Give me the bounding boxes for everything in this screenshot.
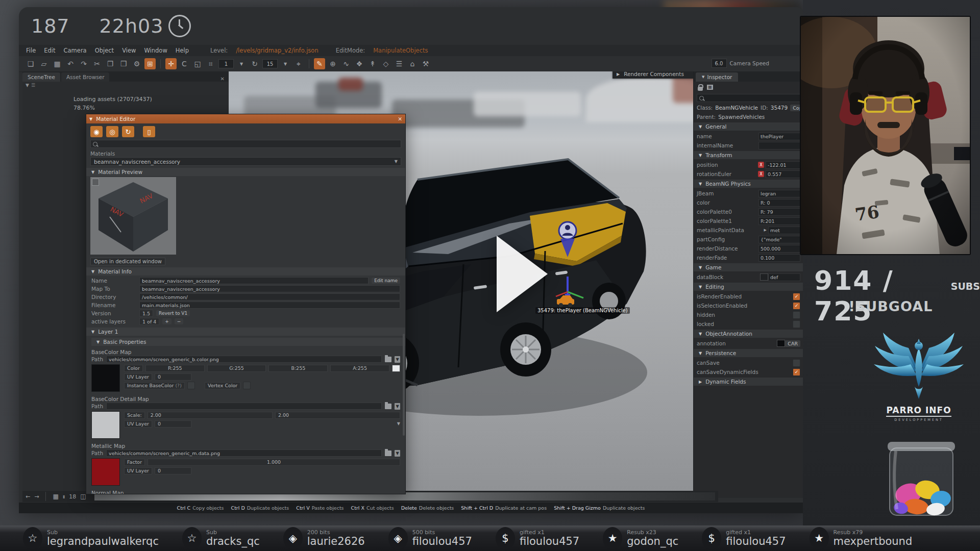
locked-checkbox[interactable] (793, 320, 800, 328)
jbeam-field[interactable]: legran (758, 190, 800, 197)
uv-layer-field[interactable]: 0 (155, 373, 191, 381)
colorpalette0-field[interactable]: R: 79 (758, 208, 800, 216)
basecolor-path-field[interactable]: vehicles/common/screen_generic_b.color.p… (106, 356, 382, 363)
assign-material-icon[interactable]: ◉ (90, 126, 103, 137)
menu-help[interactable]: Help (176, 47, 189, 54)
color-r-field[interactable]: R:255 (145, 365, 205, 372)
edit-name-button[interactable]: Edit name (372, 278, 400, 284)
paste-icon[interactable]: ❒ (118, 58, 129, 69)
open-folder-icon[interactable]: ▱ (38, 58, 50, 69)
assign-all-icon[interactable]: ◎ (106, 126, 118, 137)
partconfig-field[interactable]: {"mode" (758, 236, 800, 243)
rotate-tool-icon[interactable]: C (179, 58, 190, 69)
uv-layer-field[interactable]: 0 (155, 420, 191, 428)
tab-inspector[interactable]: ▼ Inspector (696, 72, 738, 82)
tab-asset-browser[interactable]: Asset Browser (61, 72, 110, 82)
section-layer1[interactable]: ▼Layer 1 (86, 328, 405, 336)
rotate-snap-value[interactable]: 15 (262, 59, 278, 68)
menu-file[interactable]: File (26, 47, 36, 54)
play-button[interactable] (497, 236, 548, 312)
import-file-icon[interactable]: ▼ (395, 450, 400, 457)
folder-icon[interactable] (385, 450, 391, 456)
grid-view-icon[interactable]: ▦ (53, 493, 58, 500)
directory-field[interactable]: /vehicles/common/ (139, 293, 400, 300)
nav-back-icon[interactable]: ← (26, 493, 30, 500)
section-material-info[interactable]: ▼Material Info (86, 267, 405, 276)
import-file-icon[interactable]: ▼ (395, 356, 400, 363)
menu-window[interactable]: Window (144, 47, 167, 54)
rotate-snap-dropdown-icon[interactable]: ▼ (280, 58, 291, 69)
material-name-field[interactable]: beamnav_naviscreen_accessory (139, 277, 369, 284)
redo-icon[interactable]: ↷ (78, 58, 89, 69)
menu-object[interactable]: Object (95, 47, 114, 54)
forest-tool-icon[interactable]: ↟ (367, 58, 378, 69)
section-basic-properties[interactable]: ▼Basic Properties (91, 338, 405, 346)
settings-icon[interactable]: ⚙ (131, 58, 142, 69)
import-file-icon[interactable]: ▼ (395, 403, 400, 410)
preview-checkbox[interactable] (92, 179, 99, 186)
collapse-icon[interactable]: ▼ (89, 117, 92, 121)
mesh-tool-icon[interactable]: ◇ (380, 58, 391, 69)
close-icon[interactable]: ✕ (398, 116, 402, 122)
renderdistance-field[interactable]: 500.000 (758, 245, 800, 253)
rotate-snap-icon[interactable]: ↻ (249, 58, 260, 69)
annotation-value-button[interactable]: CAR (785, 340, 800, 347)
metallicpaint-field[interactable]: met (768, 227, 800, 234)
folder-icon[interactable] (385, 404, 391, 409)
section-dynamic-fields[interactable]: ▶Dynamic Fields (694, 378, 803, 386)
grid-snap-icon[interactable]: ⌗ (205, 58, 216, 69)
translate-tool-icon[interactable]: ✛ (165, 58, 177, 69)
menu-edit[interactable]: Edit (44, 47, 55, 54)
annotation-color-swatch[interactable] (777, 340, 785, 347)
instance-basecolor-checkbox[interactable] (187, 382, 195, 389)
add-layer-button[interactable]: + (162, 318, 172, 324)
draw-tool-icon[interactable]: ✎ (314, 58, 325, 69)
rotation-x-field[interactable]: 0.557 (766, 170, 800, 178)
grid-snap-value[interactable]: 1 (218, 59, 234, 68)
section-general[interactable]: ▼General (694, 122, 803, 131)
basecolor-swatch[interactable] (91, 364, 120, 392)
spline-tool-icon[interactable]: ∿ (340, 58, 352, 69)
section-editing[interactable]: ▼Editing (694, 283, 803, 291)
material-select-dropdown[interactable]: beamnav_naviscreen_accessory ▼ (90, 157, 401, 166)
material-editor-titlebar[interactable]: ▼ Material Editor ✕ (86, 114, 405, 123)
datablock-field[interactable]: def (768, 273, 800, 281)
section-transform[interactable]: ▼Transform (694, 151, 803, 159)
copy-icon[interactable]: ❐ (105, 58, 116, 69)
color-g-field[interactable]: G:255 (207, 365, 266, 372)
panel-close-icon[interactable]: ✕ (216, 76, 229, 82)
lock-icon[interactable] (698, 87, 703, 91)
color-a-field[interactable]: A:255 (330, 365, 389, 372)
material-preview-image[interactable]: NAV NAV (90, 177, 176, 255)
section-persistence[interactable]: ▼Persistence (694, 349, 803, 357)
scrollbar[interactable] (403, 334, 405, 436)
menu-camera[interactable]: Camera (64, 47, 87, 54)
color-field[interactable]: R: 0 (758, 199, 800, 207)
expand-icon[interactable]: ▶ (764, 228, 767, 232)
player-drop-icon[interactable]: ⌖ (293, 58, 304, 69)
expand-icon[interactable]: ▶ (617, 72, 620, 77)
map-to-field[interactable]: beamnav_naviscreen_accessory (139, 285, 400, 292)
editmode-value[interactable]: ManipulateObjects (373, 47, 428, 54)
section-material-preview[interactable]: ▼Material Preview (86, 168, 405, 176)
util-tool-icon[interactable]: ⚒ (420, 58, 431, 69)
metallic-path-field[interactable]: vehicles/common/screen_generic_m.data.pn… (106, 449, 382, 457)
hidden-checkbox[interactable] (793, 311, 800, 319)
section-physics[interactable]: ▼BeamNG Physics (694, 180, 803, 188)
vertex-color-checkbox[interactable] (243, 382, 251, 389)
folder-icon[interactable] (385, 357, 391, 362)
section-game[interactable]: ▼Game (694, 263, 803, 271)
cansave-checkbox[interactable] (793, 359, 800, 367)
isrenderenabled-checkbox[interactable]: ✓ (793, 293, 800, 300)
save-icon[interactable]: ▦ (52, 58, 63, 69)
reload-material-icon[interactable]: ↻ (122, 126, 134, 137)
isselectionenabled-checkbox[interactable]: ✓ (793, 302, 800, 310)
layers-tool-icon[interactable]: ☰ (394, 58, 405, 69)
remove-layer-button[interactable]: − (175, 318, 184, 324)
basecolor-detail-swatch[interactable] (91, 411, 120, 439)
open-dedicated-window-button[interactable]: Open in dedicated window (90, 258, 165, 265)
colorpalette1-field[interactable]: R:201 (758, 217, 800, 225)
collapse-icon[interactable]: ▼ (26, 83, 29, 88)
tab-scenetree[interactable]: SceneTree (22, 72, 60, 82)
color-picker-swatch[interactable] (392, 365, 400, 372)
